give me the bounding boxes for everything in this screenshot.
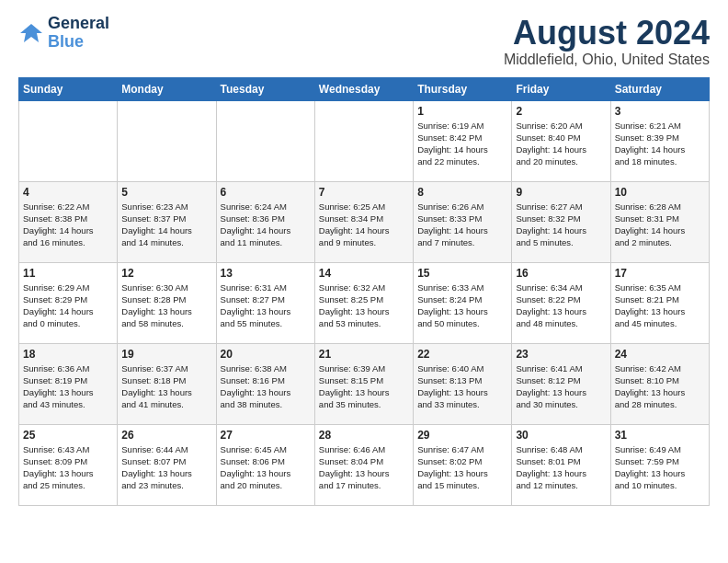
col-sunday: Sunday (19, 77, 118, 100)
day-info: Sunrise: 6:41 AM Sunset: 8:12 PM Dayligh… (516, 362, 606, 411)
day-info: Sunrise: 6:36 AM Sunset: 8:19 PM Dayligh… (23, 362, 113, 411)
calendar-week-row: 18Sunrise: 6:36 AM Sunset: 8:19 PM Dayli… (19, 343, 710, 424)
day-info: Sunrise: 6:24 AM Sunset: 8:36 PM Dayligh… (221, 201, 311, 249)
day-number: 12 (121, 267, 211, 280)
calendar-body: 1Sunrise: 6:19 AM Sunset: 8:42 PM Daylig… (19, 100, 710, 505)
table-row: 23Sunrise: 6:41 AM Sunset: 8:12 PM Dayli… (512, 343, 610, 424)
table-row: 8Sunrise: 6:26 AM Sunset: 8:33 PM Daylig… (414, 181, 512, 262)
day-number: 15 (417, 267, 507, 280)
table-row (216, 100, 314, 181)
day-number: 1 (417, 105, 507, 118)
col-thursday: Thursday (414, 77, 512, 100)
day-info: Sunrise: 6:31 AM Sunset: 8:27 PM Dayligh… (221, 282, 311, 330)
day-info: Sunrise: 6:19 AM Sunset: 8:42 PM Dayligh… (417, 120, 507, 168)
col-wednesday: Wednesday (314, 77, 413, 100)
page-header: General Blue August 2024 Middlefield, Oh… (18, 15, 710, 68)
day-number: 28 (319, 429, 409, 442)
day-info: Sunrise: 6:39 AM Sunset: 8:15 PM Dayligh… (319, 362, 409, 411)
day-info: Sunrise: 6:27 AM Sunset: 8:32 PM Dayligh… (516, 201, 606, 249)
table-row: 5Sunrise: 6:23 AM Sunset: 8:37 PM Daylig… (118, 181, 216, 262)
calendar-week-row: 4Sunrise: 6:22 AM Sunset: 8:38 PM Daylig… (19, 181, 710, 262)
table-row: 3Sunrise: 6:21 AM Sunset: 8:39 PM Daylig… (610, 100, 709, 181)
day-info: Sunrise: 6:21 AM Sunset: 8:39 PM Dayligh… (615, 120, 705, 168)
table-row: 25Sunrise: 6:43 AM Sunset: 8:09 PM Dayli… (19, 424, 118, 505)
day-info: Sunrise: 6:29 AM Sunset: 8:29 PM Dayligh… (23, 282, 113, 330)
day-number: 24 (615, 348, 705, 361)
calendar-week-row: 11Sunrise: 6:29 AM Sunset: 8:29 PM Dayli… (19, 262, 710, 343)
day-info: Sunrise: 6:26 AM Sunset: 8:33 PM Dayligh… (417, 201, 507, 249)
day-number: 19 (121, 348, 211, 361)
day-number: 25 (23, 429, 113, 442)
col-saturday: Saturday (610, 77, 709, 100)
table-row: 17Sunrise: 6:35 AM Sunset: 8:21 PM Dayli… (610, 262, 709, 343)
table-row: 10Sunrise: 6:28 AM Sunset: 8:31 PM Dayli… (610, 181, 709, 262)
calendar-header: Sunday Monday Tuesday Wednesday Thursday… (19, 77, 710, 100)
day-info: Sunrise: 6:20 AM Sunset: 8:40 PM Dayligh… (516, 120, 606, 168)
day-number: 16 (516, 267, 606, 280)
table-row: 2Sunrise: 6:20 AM Sunset: 8:40 PM Daylig… (512, 100, 610, 181)
day-number: 10 (615, 186, 705, 199)
day-number: 11 (23, 267, 113, 280)
day-number: 6 (221, 186, 311, 199)
table-row: 12Sunrise: 6:30 AM Sunset: 8:28 PM Dayli… (118, 262, 216, 343)
day-info: Sunrise: 6:45 AM Sunset: 8:06 PM Dayligh… (221, 443, 311, 492)
table-row: 20Sunrise: 6:38 AM Sunset: 8:16 PM Dayli… (216, 343, 314, 424)
table-row: 24Sunrise: 6:42 AM Sunset: 8:10 PM Dayli… (610, 343, 709, 424)
svg-marker-0 (20, 24, 42, 42)
day-info: Sunrise: 6:38 AM Sunset: 8:16 PM Dayligh… (221, 362, 311, 411)
day-info: Sunrise: 6:40 AM Sunset: 8:13 PM Dayligh… (417, 362, 507, 411)
day-number: 27 (221, 429, 311, 442)
day-info: Sunrise: 6:32 AM Sunset: 8:25 PM Dayligh… (319, 282, 409, 330)
calendar-table: Sunday Monday Tuesday Wednesday Thursday… (18, 77, 710, 506)
table-row: 31Sunrise: 6:49 AM Sunset: 7:59 PM Dayli… (610, 424, 709, 505)
day-number: 7 (319, 186, 409, 199)
location-subtitle: Middlefield, Ohio, United States (504, 52, 710, 68)
day-info: Sunrise: 6:25 AM Sunset: 8:34 PM Dayligh… (319, 201, 409, 249)
table-row: 11Sunrise: 6:29 AM Sunset: 8:29 PM Dayli… (19, 262, 118, 343)
table-row: 29Sunrise: 6:47 AM Sunset: 8:02 PM Dayli… (414, 424, 512, 505)
month-year-title: August 2024 (504, 15, 710, 52)
table-row: 15Sunrise: 6:33 AM Sunset: 8:24 PM Dayli… (414, 262, 512, 343)
day-number: 23 (516, 348, 606, 361)
table-row: 14Sunrise: 6:32 AM Sunset: 8:25 PM Dayli… (314, 262, 413, 343)
day-number: 13 (221, 267, 311, 280)
days-of-week-row: Sunday Monday Tuesday Wednesday Thursday… (19, 77, 710, 100)
table-row: 26Sunrise: 6:44 AM Sunset: 8:07 PM Dayli… (118, 424, 216, 505)
day-number: 29 (417, 429, 507, 442)
day-number: 26 (121, 429, 211, 442)
day-number: 2 (516, 105, 606, 118)
day-info: Sunrise: 6:33 AM Sunset: 8:24 PM Dayligh… (417, 282, 507, 330)
table-row: 13Sunrise: 6:31 AM Sunset: 8:27 PM Dayli… (216, 262, 314, 343)
day-number: 5 (121, 186, 211, 199)
day-number: 30 (516, 429, 606, 442)
day-number: 8 (417, 186, 507, 199)
day-info: Sunrise: 6:42 AM Sunset: 8:10 PM Dayligh… (615, 362, 705, 411)
day-info: Sunrise: 6:35 AM Sunset: 8:21 PM Dayligh… (615, 282, 705, 330)
day-info: Sunrise: 6:44 AM Sunset: 8:07 PM Dayligh… (121, 443, 211, 492)
day-info: Sunrise: 6:46 AM Sunset: 8:04 PM Dayligh… (319, 443, 409, 492)
day-info: Sunrise: 6:48 AM Sunset: 8:01 PM Dayligh… (516, 443, 606, 492)
day-number: 4 (23, 186, 113, 199)
table-row: 30Sunrise: 6:48 AM Sunset: 8:01 PM Dayli… (512, 424, 610, 505)
day-number: 31 (615, 429, 705, 442)
day-number: 22 (417, 348, 507, 361)
day-info: Sunrise: 6:43 AM Sunset: 8:09 PM Dayligh… (23, 443, 113, 492)
col-tuesday: Tuesday (216, 77, 314, 100)
day-info: Sunrise: 6:34 AM Sunset: 8:22 PM Dayligh… (516, 282, 606, 330)
day-info: Sunrise: 6:49 AM Sunset: 7:59 PM Dayligh… (615, 443, 705, 492)
table-row: 7Sunrise: 6:25 AM Sunset: 8:34 PM Daylig… (314, 181, 413, 262)
table-row: 28Sunrise: 6:46 AM Sunset: 8:04 PM Dayli… (314, 424, 413, 505)
title-block: August 2024 Middlefield, Ohio, United St… (504, 15, 710, 68)
table-row: 1Sunrise: 6:19 AM Sunset: 8:42 PM Daylig… (414, 100, 512, 181)
day-info: Sunrise: 6:30 AM Sunset: 8:28 PM Dayligh… (121, 282, 211, 330)
table-row: 19Sunrise: 6:37 AM Sunset: 8:18 PM Dayli… (118, 343, 216, 424)
table-row: 6Sunrise: 6:24 AM Sunset: 8:36 PM Daylig… (216, 181, 314, 262)
day-info: Sunrise: 6:28 AM Sunset: 8:31 PM Dayligh… (615, 201, 705, 249)
day-number: 9 (516, 186, 606, 199)
day-info: Sunrise: 6:23 AM Sunset: 8:37 PM Dayligh… (121, 201, 211, 249)
table-row (19, 100, 118, 181)
day-number: 21 (319, 348, 409, 361)
table-row: 22Sunrise: 6:40 AM Sunset: 8:13 PM Dayli… (414, 343, 512, 424)
calendar-week-row: 1Sunrise: 6:19 AM Sunset: 8:42 PM Daylig… (19, 100, 710, 181)
table-row: 27Sunrise: 6:45 AM Sunset: 8:06 PM Dayli… (216, 424, 314, 505)
